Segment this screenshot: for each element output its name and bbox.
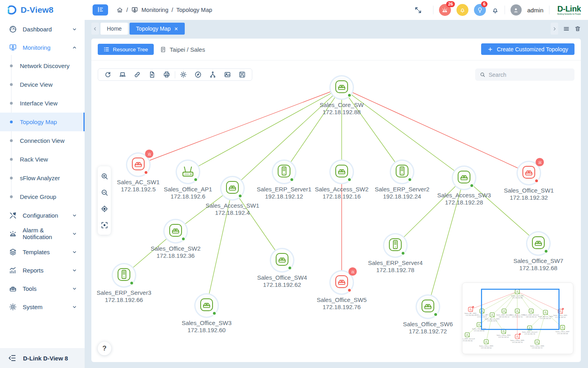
- topology-node-sales-access-sw3[interactable]: Sales_Access_SW3172.18.192.28: [430, 167, 498, 206]
- chev-down-icon: [72, 286, 77, 292]
- tab-scroll-left-button[interactable]: [91, 23, 99, 35]
- zoom-in-button[interactable]: [98, 168, 111, 184]
- node-name: Sales_Office_SW4: [248, 274, 316, 281]
- sidebar-item-configuration[interactable]: Configuration: [0, 206, 85, 224]
- compass-tool-button[interactable]: [191, 69, 205, 80]
- node-ip: 192.18.192.24: [368, 193, 436, 200]
- sidebar-item-monitoring[interactable]: Monitoring: [0, 38, 85, 56]
- search-box[interactable]: [475, 68, 574, 81]
- sidebar-toggle-button[interactable]: [93, 4, 108, 16]
- app-logo: D-View8: [0, 0, 85, 20]
- node-status-dot: [401, 251, 405, 255]
- topology-header-row: Resource Tree Taipei / Sales Create Cust…: [91, 39, 581, 60]
- tab-bar-actions: [551, 23, 581, 35]
- topology-node-sales-office-sw4[interactable]: Sales_Office_SW4172.18.192.62: [248, 249, 316, 288]
- breadcrumb-section[interactable]: Monitoring: [141, 7, 168, 13]
- svg-text:172.18.192.5: 172.18.192.5: [466, 314, 476, 316]
- chev-down-icon: [72, 231, 77, 237]
- tab-topology-map[interactable]: Topology Map: [130, 23, 184, 35]
- topology-node-sales-office-sw6[interactable]: Sales_Office_SW6172.18.192.72: [394, 296, 462, 335]
- user-name[interactable]: admin: [527, 7, 544, 14]
- tab-list-menu-icon[interactable]: [563, 25, 570, 32]
- search-input[interactable]: [489, 72, 564, 78]
- topology-node-sales-office-sw7[interactable]: Sales_Office_SW7172.18.192.68: [505, 232, 572, 272]
- sidebar-item-network-discovery[interactable]: Network Discovery: [0, 56, 85, 75]
- file-tool-button[interactable]: [145, 69, 159, 80]
- sidebar-item-interface-view[interactable]: Interface View: [0, 94, 85, 113]
- node-status-dot: [144, 170, 148, 175]
- refresh-tool-button[interactable]: [101, 69, 115, 80]
- sidebar-item-tools[interactable]: Tools: [0, 279, 85, 298]
- sidebar-item-alarm-notification[interactable]: Alarm & Notification: [0, 224, 85, 243]
- sidebar-item-connection-view[interactable]: Connection View: [0, 131, 85, 150]
- node-name: Sales_Core_SW: [308, 101, 375, 109]
- settings-tool-button[interactable]: [176, 69, 191, 80]
- node-name: Sales_Office_SW2: [142, 245, 209, 252]
- branch-tool-button[interactable]: [205, 69, 220, 80]
- node-status-dot: [347, 288, 352, 292]
- resource-tree-button[interactable]: Resource Tree: [98, 44, 154, 55]
- topology-node-sales-access-sw2[interactable]: Sales_Access_SW2172.18.192.16: [308, 161, 375, 200]
- sidebar-footer-label: D-Link D-View 8: [23, 355, 68, 362]
- device-switch-icon: [453, 167, 475, 189]
- locate-button[interactable]: [98, 201, 111, 217]
- sidebar-item-topology-map[interactable]: Topology Map: [0, 113, 85, 131]
- sidebar-item-device-group[interactable]: Device Group: [0, 187, 85, 206]
- topology-node-sales-office-sw1[interactable]: Sales_Office_SW1172.18.192.32: [495, 162, 563, 201]
- chev-down-icon: [72, 26, 77, 32]
- create-customized-topology-button[interactable]: Create Customized Topology: [481, 43, 574, 55]
- tab-scroll-right-button[interactable]: [551, 23, 558, 35]
- topology-node-sales-office-sw2[interactable]: Sales_Office_SW2172.18.192.36: [142, 220, 209, 259]
- device-switch-icon: [195, 294, 218, 317]
- printer-tool-button[interactable]: [159, 69, 174, 80]
- sidebar-item-sflow-analyzer[interactable]: sFlow Analyzer: [0, 169, 85, 187]
- device-switch-icon: [417, 296, 439, 318]
- help-button[interactable]: ?: [98, 342, 111, 355]
- device-switch-icon: [331, 271, 353, 294]
- sidebar-item-reports[interactable]: Reports: [0, 261, 85, 279]
- node-ip: 172.18.192.60: [173, 327, 240, 334]
- alarm-notifications-button[interactable]: 26: [439, 4, 451, 16]
- topology-node-sales-office-sw5[interactable]: Sales_Office_SW5172.18.192.76: [308, 271, 375, 311]
- tab-home[interactable]: Home: [101, 23, 128, 35]
- topology-node-sales-office-sw3[interactable]: Sales_Office_SW3172.18.192.60: [173, 294, 240, 334]
- topology-node-sales-erp-server2[interactable]: Sales_ERP_Server2192.18.192.24: [368, 161, 436, 200]
- close-tab-icon[interactable]: [174, 27, 178, 31]
- sidebar-item-device-view[interactable]: Device View: [0, 75, 85, 94]
- sidebar-item-rack-view[interactable]: Rack View: [0, 150, 85, 169]
- fit-button[interactable]: [98, 217, 111, 233]
- svg-text:172.18.192.60: 172.18.192.60: [481, 347, 491, 349]
- node-status-dot: [347, 177, 352, 182]
- node-status-dot: [534, 179, 539, 183]
- home-icon[interactable]: [116, 7, 123, 14]
- dview-logo-icon: [6, 4, 17, 16]
- topology-node-sales-erp-server4[interactable]: Sales_ERP_Server4172.18.192.78: [362, 234, 429, 274]
- alarm-count-badge: 26: [446, 1, 455, 7]
- topology-node-sales-core-sw[interactable]: Sales_Core_SW172.18.192.88: [308, 76, 375, 116]
- sidebar-item-dashboard[interactable]: Dashboard: [0, 20, 85, 38]
- sidebar-footer[interactable]: D-Link D-View 8: [0, 348, 85, 368]
- sidebar-item-templates[interactable]: Templates: [0, 243, 85, 261]
- node-ip: 172.18.192.88: [308, 109, 375, 116]
- app-title: D-View8: [21, 5, 54, 15]
- node-name: Sales_Access_SW1: [199, 202, 266, 209]
- subscription-bell-icon[interactable]: [491, 6, 499, 14]
- fullscreen-icon[interactable]: [414, 6, 422, 14]
- device-ap-icon: [177, 161, 199, 183]
- svg-text:172.18.192.68: 172.18.192.68: [557, 333, 568, 335]
- svg-text:172.18.192.62: 172.18.192.62: [498, 336, 509, 338]
- close-tabs-trash-icon[interactable]: [574, 25, 581, 32]
- topology-path-label[interactable]: Taipei / Sales: [170, 46, 205, 53]
- topology-node-sales-erp-server3[interactable]: Sales_ERP_Server3172.18.192.66: [91, 264, 158, 304]
- image-tool-button[interactable]: [220, 69, 235, 80]
- link-tool-button[interactable]: [130, 69, 145, 80]
- laptop-tool-button[interactable]: [115, 69, 130, 80]
- minimap[interactable]: Sales_Core_SW172.18.192.88Sales_AC_SW117…: [462, 282, 573, 354]
- bell-notifications-button[interactable]: [456, 4, 468, 16]
- avatar[interactable]: [511, 4, 522, 16]
- save-tool-button[interactable]: [235, 69, 250, 80]
- zoom-out-button[interactable]: [98, 184, 111, 201]
- save-icon: [238, 71, 246, 78]
- tips-button[interactable]: 6: [474, 4, 486, 16]
- sidebar-item-system[interactable]: System: [0, 298, 85, 316]
